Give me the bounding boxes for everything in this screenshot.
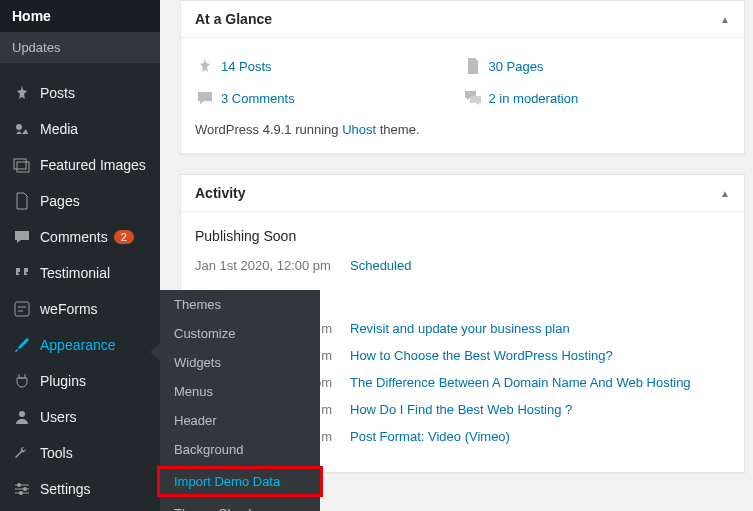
- svg-rect-1: [14, 159, 26, 169]
- glance-pages[interactable]: 30 Pages: [463, 50, 731, 82]
- sidebar-label: Comments: [40, 229, 108, 245]
- activity-link[interactable]: How Do I Find the Best Web Hosting ?: [350, 402, 572, 417]
- activity-link[interactable]: Scheduled: [350, 258, 411, 273]
- activity-link[interactable]: How to Choose the Best WordPress Hosting…: [350, 348, 613, 363]
- flyout-item-widgets[interactable]: Widgets: [160, 348, 320, 377]
- flyout-item-menus[interactable]: Menus: [160, 377, 320, 406]
- sidebar-label: Media: [40, 121, 78, 137]
- sidebar-label: Featured Images: [40, 157, 146, 173]
- sidebar-item-plugins[interactable]: Plugins: [0, 363, 160, 399]
- sidebar-label: Testimonial: [40, 265, 110, 281]
- sidebar-item-featured-images[interactable]: Featured Images: [0, 147, 160, 183]
- glance-link: 3 Comments: [221, 91, 295, 106]
- svg-point-7: [19, 491, 23, 495]
- collapse-toggle-icon[interactable]: ▲: [720, 14, 730, 25]
- sidebar-item-appearance[interactable]: Appearance: [0, 327, 160, 363]
- quote-icon: [12, 263, 32, 283]
- admin-sidebar: Home Updates Posts Media Featured Images…: [0, 0, 160, 511]
- comments-count-badge: 2: [114, 230, 134, 244]
- sidebar-label: Users: [40, 409, 77, 425]
- page-icon: [463, 56, 483, 76]
- user-icon: [12, 407, 32, 427]
- flyout-item-import-demo-data[interactable]: Import Demo Data: [157, 466, 323, 497]
- svg-rect-2: [17, 162, 29, 172]
- panel-header: Activity ▲: [181, 175, 744, 212]
- sidebar-label: Posts: [40, 85, 75, 101]
- glance-posts[interactable]: 14 Posts: [195, 50, 463, 82]
- text: theme.: [376, 122, 419, 137]
- flyout-item-theme-check[interactable]: Theme Check: [160, 499, 320, 511]
- appearance-flyout: Themes Customize Widgets Menus Header Ba…: [160, 290, 320, 511]
- flyout-item-themes[interactable]: Themes: [160, 290, 320, 319]
- panel-header: At a Glance ▲: [181, 1, 744, 38]
- wp-version-text: WordPress 4.9.1 running Uhost theme.: [195, 114, 730, 141]
- comment-icon: [12, 227, 32, 247]
- plug-icon: [12, 371, 32, 391]
- pin-icon: [12, 83, 32, 103]
- activity-row: Jan 1st 2020, 12:00 pm Scheduled: [195, 252, 730, 279]
- sidebar-label: Home: [12, 8, 51, 24]
- panel-title: Activity: [195, 185, 246, 201]
- activity-link[interactable]: The Difference Between A Domain Name And…: [350, 375, 691, 390]
- sidebar-label: weForms: [40, 301, 98, 317]
- comment-icon: [195, 88, 215, 108]
- sidebar-label: Appearance: [40, 337, 116, 353]
- glance-link: 2 in moderation: [489, 91, 579, 106]
- sidebar-item-users[interactable]: Users: [0, 399, 160, 435]
- svg-rect-3: [15, 302, 29, 316]
- svg-point-0: [16, 124, 22, 130]
- sidebar-label: Updates: [12, 40, 60, 55]
- flyout-item-customize[interactable]: Customize: [160, 319, 320, 348]
- svg-point-4: [19, 411, 25, 417]
- brush-icon: [12, 335, 32, 355]
- text: WordPress 4.9.1 running: [195, 122, 342, 137]
- glance-link: 30 Pages: [489, 59, 544, 74]
- section-heading: Publishing Soon: [195, 228, 730, 244]
- sidebar-label: Plugins: [40, 373, 86, 389]
- flyout-arrow: [150, 344, 160, 360]
- at-a-glance-panel: At a Glance ▲ 14 Posts 30 Pages 3 Commen…: [180, 0, 745, 154]
- images-icon: [12, 155, 32, 175]
- sidebar-item-pages[interactable]: Pages: [0, 183, 160, 219]
- wrench-icon: [12, 443, 32, 463]
- theme-link[interactable]: Uhost: [342, 122, 376, 137]
- activity-link[interactable]: Post Format: Video (Vimeo): [350, 429, 510, 444]
- glance-moderation[interactable]: 2 in moderation: [463, 82, 731, 114]
- sidebar-item-testimonial[interactable]: Testimonial: [0, 255, 160, 291]
- panel-title: At a Glance: [195, 11, 272, 27]
- flyout-item-background[interactable]: Background: [160, 435, 320, 464]
- media-icon: [12, 119, 32, 139]
- glance-link: 14 Posts: [221, 59, 272, 74]
- sidebar-item-settings[interactable]: Settings: [0, 471, 160, 507]
- sidebar-item-tools[interactable]: Tools: [0, 435, 160, 471]
- sidebar-item-posts[interactable]: Posts: [0, 75, 160, 111]
- sidebar-item-home[interactable]: Home: [0, 0, 160, 32]
- page-icon: [12, 191, 32, 211]
- sidebar-label: Pages: [40, 193, 80, 209]
- sliders-icon: [12, 479, 32, 499]
- sidebar-item-updates[interactable]: Updates: [0, 32, 160, 63]
- svg-point-6: [23, 487, 27, 491]
- sidebar-label: Settings: [40, 481, 91, 497]
- glance-comments[interactable]: 3 Comments: [195, 82, 463, 114]
- pin-icon: [195, 56, 215, 76]
- panel-body: 14 Posts 30 Pages 3 Comments 2 in modera…: [181, 38, 744, 153]
- svg-point-5: [17, 483, 21, 487]
- sidebar-item-media[interactable]: Media: [0, 111, 160, 147]
- sidebar-label: Tools: [40, 445, 73, 461]
- flyout-item-header[interactable]: Header: [160, 406, 320, 435]
- activity-date: Jan 1st 2020, 12:00 pm: [195, 258, 350, 273]
- form-icon: [12, 299, 32, 319]
- collapse-toggle-icon[interactable]: ▲: [720, 188, 730, 199]
- sidebar-item-weforms[interactable]: weForms: [0, 291, 160, 327]
- publishing-soon-section: Publishing Soon Jan 1st 2020, 12:00 pm S…: [195, 224, 730, 289]
- sidebar-item-comments[interactable]: Comments 2: [0, 219, 160, 255]
- activity-link[interactable]: Revisit and update your business plan: [350, 321, 570, 336]
- comments-icon: [463, 88, 483, 108]
